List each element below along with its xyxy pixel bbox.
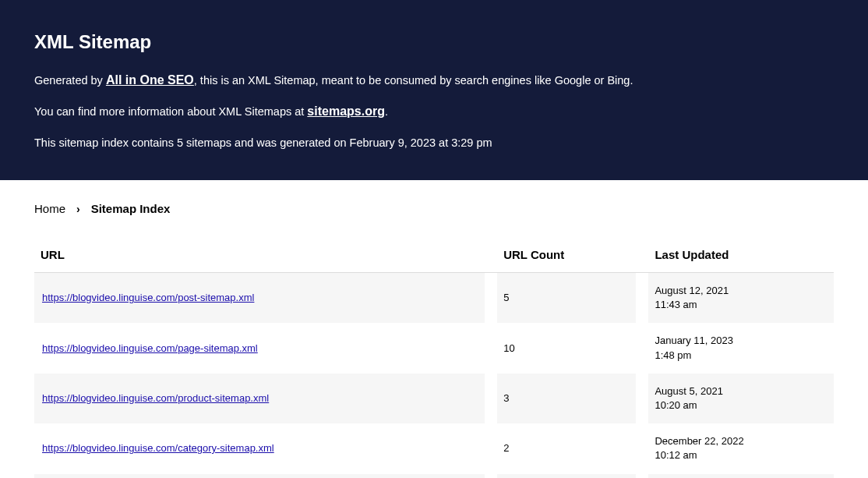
cell-count: 5: [497, 273, 636, 324]
cell-url: https://blogvideo.linguise.com/post-site…: [34, 273, 485, 324]
table-row: https://blogvideo.linguise.com/product_c…: [34, 474, 834, 478]
cell-url: https://blogvideo.linguise.com/page-site…: [34, 323, 485, 373]
cell-count: 3: [497, 374, 636, 423]
header-line-1: Generated by All in One SEO, this is an …: [34, 72, 834, 89]
cell-updated: August 5, 202110:20 am: [648, 474, 834, 478]
table-row: https://blogvideo.linguise.com/product-s…: [34, 374, 834, 423]
all-in-one-seo-link[interactable]: All in One SEO: [106, 73, 194, 87]
page-title: XML Sitemap: [34, 31, 834, 53]
header-url: URL: [34, 234, 485, 273]
sitemap-link[interactable]: https://blogvideo.linguise.com/category-…: [42, 442, 274, 454]
chevron-right-icon: ›: [76, 203, 80, 215]
sitemap-link[interactable]: https://blogvideo.linguise.com/page-site…: [42, 342, 258, 354]
cell-count: 2: [497, 423, 636, 473]
cell-url: https://blogvideo.linguise.com/category-…: [34, 423, 485, 473]
header-line-2: You can find more information about XML …: [34, 103, 834, 120]
header: XML Sitemap Generated by All in One SEO,…: [0, 0, 868, 180]
cell-updated: August 12, 202111:43 am: [648, 273, 834, 324]
breadcrumb: Home › Sitemap Index: [0, 180, 868, 234]
cell-count: 1: [497, 474, 636, 478]
cell-url: https://blogvideo.linguise.com/product-s…: [34, 374, 485, 423]
sitemap-link[interactable]: https://blogvideo.linguise.com/post-site…: [42, 292, 254, 303]
content: URL URL Count Last Updated https://blogv…: [0, 234, 868, 478]
cell-count: 10: [497, 323, 636, 373]
header-updated: Last Updated: [648, 234, 834, 273]
cell-updated: December 22, 202210:12 am: [648, 423, 834, 473]
cell-updated: January 11, 20231:48 pm: [648, 323, 834, 373]
breadcrumb-current: Sitemap Index: [91, 202, 171, 215]
table-row: https://blogvideo.linguise.com/page-site…: [34, 323, 834, 373]
cell-updated: August 5, 202110:20 am: [648, 374, 834, 423]
cell-url: https://blogvideo.linguise.com/product_c…: [34, 474, 485, 478]
table-row: https://blogvideo.linguise.com/post-site…: [34, 273, 834, 324]
breadcrumb-home-link[interactable]: Home: [34, 202, 65, 215]
header-line-3: This sitemap index contains 5 sitemaps a…: [34, 135, 834, 150]
sitemap-link[interactable]: https://blogvideo.linguise.com/product-s…: [42, 392, 269, 404]
sitemap-table: URL URL Count Last Updated https://blogv…: [34, 234, 834, 478]
table-row: https://blogvideo.linguise.com/category-…: [34, 423, 834, 473]
sitemaps-org-link[interactable]: sitemaps.org: [307, 104, 385, 118]
header-count: URL Count: [497, 234, 636, 273]
